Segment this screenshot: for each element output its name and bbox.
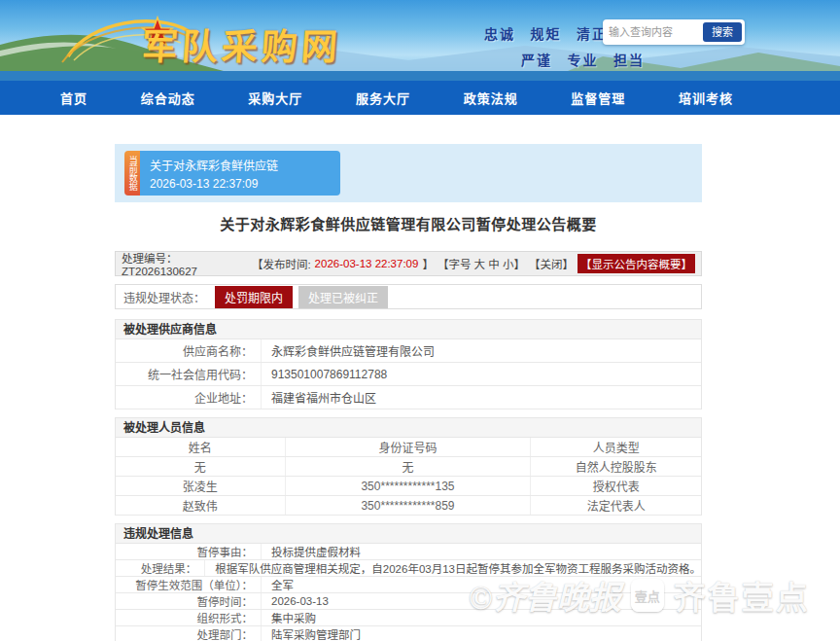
search-input[interactable] — [603, 26, 703, 38]
credit-code-label: 统一社会信用代码： — [116, 363, 262, 385]
company-address-value: 福建省福州市仓山区 — [262, 386, 701, 409]
table-row: 处理部门： 陆军采购管理部门 — [116, 626, 701, 641]
table-row: 处理结果： 根据军队供应商管理相关规定，自2026年03月13日起暂停其参加全军… — [116, 560, 701, 577]
nav-item-service-hall[interactable]: 服务大厅 — [356, 89, 410, 107]
status-within-penalty-button[interactable]: 处罚期限内 — [215, 286, 293, 308]
personnel-info-section: 被处理人员信息 姓名 身份证号码 人员类型 无 无 自然人控股股东 张凌生 35… — [115, 417, 702, 516]
current-announcement-body: 关于对永辉彩食鲜供应链 2026-03-13 22:37:09 — [140, 151, 340, 196]
nav-item-training[interactable]: 培训考核 — [679, 89, 733, 107]
nav-item-procurement-hall[interactable]: 采购大厅 — [248, 89, 302, 107]
processing-number: 处理编号：ZT2026130627 — [122, 250, 252, 277]
suspension-reason-label: 暂停事由： — [116, 544, 262, 559]
search-box: 搜索 — [603, 19, 745, 45]
violation-status-label: 违规处理状态： — [123, 289, 205, 305]
suspension-time-label: 暂停时间： — [116, 593, 262, 609]
publish-time-suffix: 】 — [422, 256, 434, 271]
search-button[interactable]: 搜索 — [703, 22, 742, 42]
supplier-info-section: 被处理供应商信息 供应商名称： 永辉彩食鲜供应链管理有限公司 统一社会信用代码：… — [115, 319, 702, 410]
table-row: 暂停事由： 投标提供虚假材料 — [116, 544, 701, 560]
table-row: 无 无 自然人控股股东 — [116, 457, 701, 477]
col-id-number: 身份证号码 — [286, 438, 532, 456]
processing-result-label: 处理结果： — [116, 560, 205, 576]
table-row: 供应商名称： 永辉彩食鲜供应链管理有限公司 — [116, 339, 701, 363]
supplier-name-value: 永辉彩食鲜供应链管理有限公司 — [262, 339, 701, 362]
processing-department-value: 陆军采购管理部门 — [262, 626, 701, 641]
table-row: 暂停生效范围（单位）： 全军 — [116, 577, 701, 593]
personnel-header-row: 姓名 身份证号码 人员类型 — [116, 438, 701, 457]
organization-form-label: 组织形式： — [116, 610, 262, 625]
personnel-section-title: 被处理人员信息 — [116, 418, 701, 438]
announcement-meta-bar: 处理编号：ZT2026130627 【发布时间: 2026-03-13 22:3… — [115, 251, 702, 276]
site-title: 军队采购网 — [140, 18, 343, 70]
processing-department-label: 处理部门： — [116, 626, 262, 641]
company-address-label: 企业地址： — [116, 386, 262, 409]
violation-section-title: 违规处理信息 — [116, 524, 701, 544]
nav-item-home[interactable]: 首页 — [60, 89, 88, 107]
suspension-scope-label: 暂停生效范围（单位）： — [116, 577, 262, 592]
table-row: 企业地址： 福建省福州市仓山区 — [116, 386, 701, 410]
supplier-section-title: 被处理供应商信息 — [116, 320, 701, 339]
nav-item-supervision[interactable]: 监督管理 — [571, 89, 625, 107]
status-corrected-button[interactable]: 处理已被纠正 — [298, 286, 388, 308]
current-announcement-title: 关于对永辉彩食鲜供应链 — [150, 157, 331, 173]
page: 军队采购网 忠诚 规矩 清正 严谨 专业 担当 搜索 首页 综合动态 采购大厅 … — [0, 0, 840, 641]
main-content: 当前数据 关于对永辉彩食鲜供应链 2026-03-13 22:37:09 关于对… — [115, 144, 702, 641]
meta-actions: 【发布时间: 2026-03-13 22:37:09 】 【字号 大 中 小】 … — [252, 254, 695, 273]
violation-status-row: 违规处理状态： 处罚期限内 处理已被纠正 — [115, 284, 702, 309]
current-data-band: 当前数据 关于对永辉彩食鲜供应链 2026-03-13 22:37:09 — [115, 144, 702, 202]
publish-time-prefix: 【发布时间: — [252, 256, 311, 271]
nav-item-policy[interactable]: 政策法规 — [464, 89, 518, 107]
current-announcement-date: 2026-03-13 22:37:09 — [150, 177, 331, 191]
suspension-reason-value: 投标提供虚假材料 — [262, 544, 701, 559]
suspension-time-value: 2026-03-13 — [262, 593, 701, 609]
supplier-name-label: 供应商名称： — [116, 339, 262, 362]
table-row: 暂停时间： 2026-03-13 — [116, 593, 701, 610]
table-row: 组织形式： 集中采购 — [116, 610, 701, 626]
publish-time: 2026-03-13 22:37:09 — [315, 258, 419, 269]
current-announcement-card[interactable]: 当前数据 关于对永辉彩食鲜供应链 2026-03-13 22:37:09 — [124, 151, 340, 196]
violation-info-section: 违规处理信息 暂停事由： 投标提供虚假材料 处理结果： 根据军队供应商管理相关规… — [115, 523, 702, 641]
font-size-controls[interactable]: 【字号 大 中 小】 — [438, 256, 525, 271]
page-title: 关于对永辉彩食鲜供应链管理有限公司暂停处理公告概要 — [115, 210, 702, 239]
col-name: 姓名 — [116, 438, 286, 456]
close-link[interactable]: 【关闭】 — [529, 256, 574, 271]
table-row: 赵致伟 350************859 法定代表人 — [116, 496, 701, 516]
processing-result-value: 根据军队供应商管理相关规定，自2026年03月13日起暂停其参加全军物资工程服务… — [205, 560, 701, 576]
credit-code-value: 913501007869112788 — [262, 363, 701, 385]
table-row: 统一社会信用代码： 913501007869112788 — [116, 363, 701, 386]
table-row: 张凌生 350************135 授权代表 — [116, 477, 701, 496]
suspension-scope-value: 全军 — [262, 577, 701, 592]
main-nav: 首页 综合动态 采购大厅 服务大厅 政策法规 监督管理 培训考核 — [0, 81, 840, 115]
header-banner: 军队采购网 忠诚 规矩 清正 严谨 专业 担当 搜索 — [0, 0, 840, 81]
organization-form-value: 集中采购 — [262, 610, 701, 625]
show-summary-button[interactable]: 【显示公告内容概要】 — [578, 254, 695, 273]
col-person-type: 人员类型 — [531, 438, 701, 456]
values-line2: 严谨 专业 担当 — [521, 50, 645, 69]
nav-item-news[interactable]: 综合动态 — [141, 89, 195, 107]
current-data-tab: 当前数据 — [124, 151, 140, 196]
